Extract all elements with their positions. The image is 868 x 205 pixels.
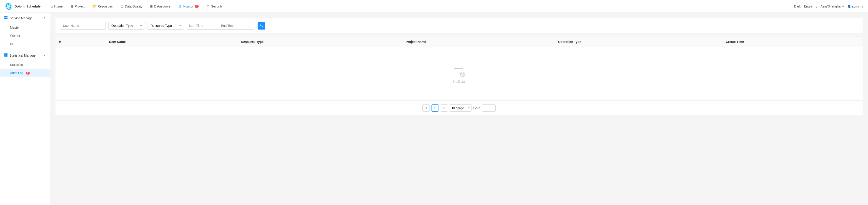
- svg-rect-7: [6, 18, 7, 19]
- nav-monitor[interactable]: 🖥 Monitor 1: [175, 3, 202, 9]
- resources-icon: 📁: [92, 5, 96, 8]
- nav-datasource[interactable]: ⊞ Datasource: [147, 3, 174, 9]
- resource-type-wrapper: Resource Type: [148, 22, 184, 30]
- no-data-state: No Data: [59, 50, 859, 97]
- svg-line-13: [262, 26, 263, 27]
- nav-right-section: Dark English ∨ Asia/Shanghai ∨ 👤 admin ∨: [794, 5, 864, 8]
- app-layout: Service Manage ∧ Master Worker DB: [0, 13, 868, 205]
- sidebar-item-statistics[interactable]: Statistics: [0, 61, 50, 69]
- nav-data-quality[interactable]: ☑ Data Quality: [117, 3, 146, 9]
- sidebar-item-audit-log[interactable]: Audit Log 2: [0, 69, 50, 77]
- language-chevron-icon: ∨: [815, 5, 817, 8]
- nav-security[interactable]: 🛡 Security: [203, 3, 226, 9]
- date-range-arrow-icon: →: [217, 24, 220, 28]
- sidebar-group-service-manage[interactable]: Service Manage ∧: [0, 13, 50, 24]
- sidebar-group-statistical-manage-items: Statistics Audit Log 2: [0, 61, 50, 77]
- svg-rect-11: [6, 55, 7, 57]
- start-time-input[interactable]: [189, 24, 216, 28]
- resource-type-select[interactable]: Resource Type: [148, 22, 184, 30]
- date-range-picker[interactable]: → □: [187, 22, 255, 30]
- sidebar-group-service-manage-items: Master Worker DB: [0, 24, 50, 48]
- logo[interactable]: DolphinScheduler: [4, 2, 42, 10]
- language-select[interactable]: English ∨: [804, 5, 817, 8]
- table-body: No Data: [56, 47, 863, 100]
- svg-rect-6: [4, 18, 6, 19]
- security-icon: 🛡: [207, 5, 210, 8]
- timezone-select[interactable]: Asia/Shanghai ∨: [821, 5, 844, 8]
- col-operation-type: Operation Type: [555, 37, 722, 47]
- sidebar-divider-1: [0, 49, 50, 49]
- table-header: # User Name Resource Type Project Name O…: [56, 37, 863, 47]
- col-resource-type: Resource Type: [237, 37, 402, 47]
- audit-log-badge: 2: [26, 72, 30, 74]
- table-empty-row: No Data: [56, 47, 863, 100]
- table-header-row: # User Name Resource Type Project Name O…: [56, 37, 863, 47]
- col-user-name: User Name: [105, 37, 237, 47]
- page-size-select[interactable]: 10 / page 20 / page 50 / page 100 / page: [450, 104, 471, 112]
- no-data-text: No Data: [453, 80, 465, 83]
- user-chevron-icon: ∨: [861, 5, 864, 8]
- svg-rect-5: [6, 16, 7, 18]
- sidebar-group-statistical-manage[interactable]: Statistical Manage ∧: [0, 50, 50, 61]
- app-name: DolphinScheduler: [14, 5, 42, 8]
- main-content: Operation Type Resource Type → □: [50, 13, 868, 205]
- logo-icon: [4, 2, 13, 10]
- operation-type-select[interactable]: Operation Type: [108, 22, 145, 30]
- svg-rect-8: [4, 54, 6, 55]
- user-icon: 👤: [847, 5, 851, 8]
- svg-point-0: [5, 2, 12, 10]
- sidebar: Service Manage ∧ Master Worker DB: [0, 13, 50, 205]
- current-page-button[interactable]: 1: [432, 104, 439, 112]
- next-page-button[interactable]: >: [441, 104, 448, 112]
- nav-home[interactable]: ⌂ Home: [48, 3, 66, 9]
- datasource-icon: ⊞: [150, 5, 153, 8]
- theme-toggle[interactable]: Dark: [794, 5, 801, 8]
- data-quality-icon: ☑: [121, 5, 123, 8]
- service-manage-icon: [4, 16, 8, 20]
- svg-rect-10: [4, 55, 6, 57]
- no-data-icon: [452, 64, 466, 77]
- svg-point-2: [8, 4, 9, 5]
- sidebar-item-worker[interactable]: Worker: [0, 32, 50, 40]
- home-icon: ⌂: [51, 5, 53, 8]
- nav-project[interactable]: ▦ Project: [67, 3, 88, 9]
- search-icon: [260, 24, 263, 28]
- sidebar-item-db[interactable]: DB: [0, 40, 50, 48]
- end-time-input[interactable]: [221, 24, 248, 28]
- filter-bar: Operation Type Resource Type → □: [56, 18, 863, 33]
- pagination: < 1 > 10 / page 20 / page 50 / page 100 …: [56, 100, 863, 115]
- statistical-manage-icon: [4, 53, 8, 58]
- project-icon: ▦: [70, 5, 73, 8]
- goto-input[interactable]: [482, 104, 496, 112]
- prev-page-button[interactable]: <: [423, 104, 430, 112]
- search-button[interactable]: [257, 22, 265, 30]
- service-manage-chevron-icon: ∧: [43, 16, 46, 20]
- user-menu[interactable]: 👤 admin ∨: [847, 5, 864, 8]
- monitor-badge: 1: [195, 5, 199, 8]
- col-hash: #: [56, 37, 105, 47]
- top-navigation: DolphinScheduler ⌂ Home ▦ Project 📁 Reso…: [0, 0, 868, 13]
- calendar-icon[interactable]: □: [249, 24, 251, 28]
- audit-log-table-container: # User Name Resource Type Project Name O…: [56, 37, 863, 115]
- svg-rect-4: [4, 16, 6, 18]
- svg-rect-9: [6, 54, 7, 55]
- nav-resources[interactable]: 📁 Resources: [89, 3, 116, 9]
- svg-point-3: [9, 7, 11, 8]
- audit-log-table: # User Name Resource Type Project Name O…: [56, 37, 863, 100]
- goto-label: Goto: [473, 106, 480, 110]
- timezone-chevron-icon: ∨: [842, 5, 844, 8]
- table-empty-cell: No Data: [56, 47, 863, 100]
- sidebar-item-master[interactable]: Master: [0, 24, 50, 32]
- statistical-manage-chevron-icon: ∧: [43, 54, 46, 57]
- monitor-icon: 🖥: [178, 5, 181, 8]
- user-name-input[interactable]: [60, 22, 106, 30]
- col-create-time: Create Time: [722, 37, 863, 47]
- col-project-name: Project Name: [402, 37, 555, 47]
- operation-type-wrapper: Operation Type: [108, 22, 145, 30]
